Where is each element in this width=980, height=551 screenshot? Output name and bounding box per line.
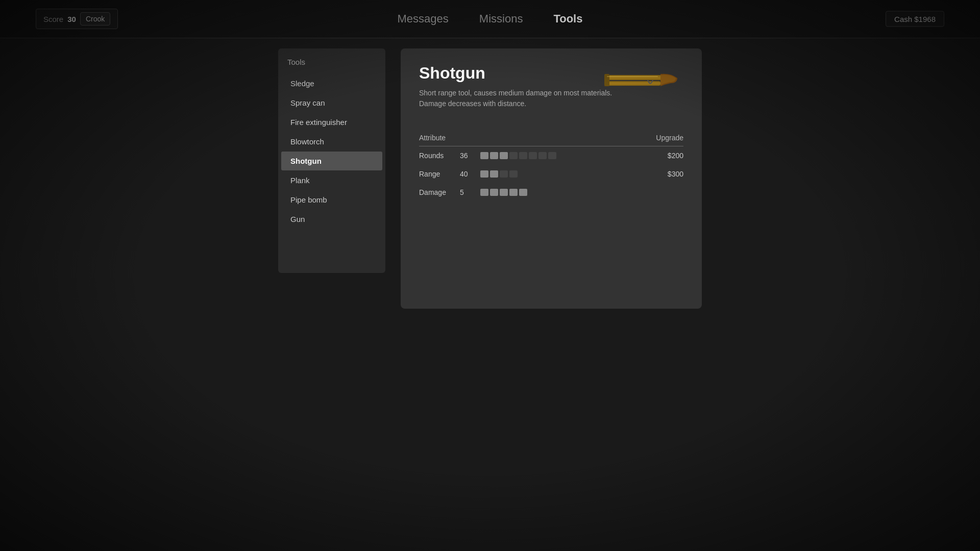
col-attribute: Attribute	[419, 130, 460, 146]
bar-segment-empty	[548, 152, 556, 159]
attr-name: Rounds	[419, 146, 460, 165]
bar-segment-filled	[480, 152, 488, 159]
bar-segment-empty	[509, 152, 518, 159]
tool-item-spray-can[interactable]: Spray can	[281, 93, 382, 112]
bar-segment-filled	[490, 189, 498, 196]
attr-name: Damage	[419, 183, 460, 202]
bar-segment-filled	[519, 189, 527, 196]
attr-row-damage: Damage5	[419, 183, 683, 202]
tab-missions[interactable]: Missions	[479, 10, 523, 28]
tools-panel-title: Tools	[278, 55, 385, 73]
attr-value: 5	[460, 183, 480, 202]
attr-bars	[480, 146, 630, 165]
main-content: Tools Sledge Spray can Fire extinguisher…	[0, 38, 980, 551]
score-label: Score	[43, 15, 63, 23]
tool-item-sledge[interactable]: Sledge	[281, 74, 382, 93]
tab-messages[interactable]: Messages	[398, 10, 449, 28]
weapon-image	[602, 64, 683, 99]
rank-badge: Crook	[80, 12, 110, 26]
detail-description: Short range tool, causes medium damage o…	[419, 88, 613, 109]
bar-segment-empty	[509, 170, 518, 178]
attr-name: Range	[419, 165, 460, 183]
col-value-header	[460, 130, 480, 146]
bar-segment-empty	[519, 152, 527, 159]
nav-tabs: Messages Missions Tools	[398, 10, 583, 28]
svg-rect-5	[607, 76, 658, 77]
attr-bars	[480, 183, 630, 202]
upgrade-cost[interactable]: $300	[630, 165, 683, 183]
bar-segment-empty	[538, 152, 547, 159]
tool-item-blowtorch[interactable]: Blowtorch	[281, 132, 382, 151]
top-bar: Score 30 Crook Messages Missions Tools C…	[0, 0, 980, 38]
bar-segment-empty	[500, 170, 508, 178]
attributes-table: Attribute Upgrade Rounds36$200Range40$30…	[419, 130, 683, 202]
svg-rect-4	[604, 74, 609, 86]
attr-bars	[480, 165, 630, 183]
attr-row-rounds: Rounds36$200	[419, 146, 683, 165]
upgrade-cost[interactable]: $200	[630, 146, 683, 165]
bar-segment-empty	[529, 152, 537, 159]
score-badge: Score 30 Crook	[36, 9, 118, 29]
tool-item-gun[interactable]: Gun	[281, 210, 382, 229]
attr-value: 40	[460, 165, 480, 183]
attr-value: 36	[460, 146, 480, 165]
bar-segment-filled	[500, 152, 508, 159]
upgrade-cost	[630, 183, 683, 202]
bar-segment-filled	[509, 189, 518, 196]
tab-tools[interactable]: Tools	[553, 10, 582, 28]
tool-item-plank[interactable]: Plank	[281, 171, 382, 190]
bar-segment-filled	[490, 170, 498, 178]
tools-panel: Tools Sledge Spray can Fire extinguisher…	[278, 48, 385, 273]
tool-item-fire-extinguisher[interactable]: Fire extinguisher	[281, 113, 382, 132]
score-value: 30	[67, 15, 76, 23]
svg-rect-3	[607, 82, 660, 85]
attr-row-range: Range40$300	[419, 165, 683, 183]
col-upgrade: Upgrade	[630, 130, 683, 146]
bar-segment-filled	[490, 152, 498, 159]
cash-badge: Cash $1968	[886, 11, 944, 27]
tool-item-pipe-bomb[interactable]: Pipe bomb	[281, 190, 382, 209]
col-bars-header	[480, 130, 630, 146]
detail-panel: Shotgun Short range tool, causes medium …	[401, 48, 702, 309]
bar-segment-filled	[500, 189, 508, 196]
bar-segment-filled	[480, 170, 488, 178]
bar-segment-filled	[480, 189, 488, 196]
tool-item-shotgun[interactable]: Shotgun	[281, 152, 382, 170]
